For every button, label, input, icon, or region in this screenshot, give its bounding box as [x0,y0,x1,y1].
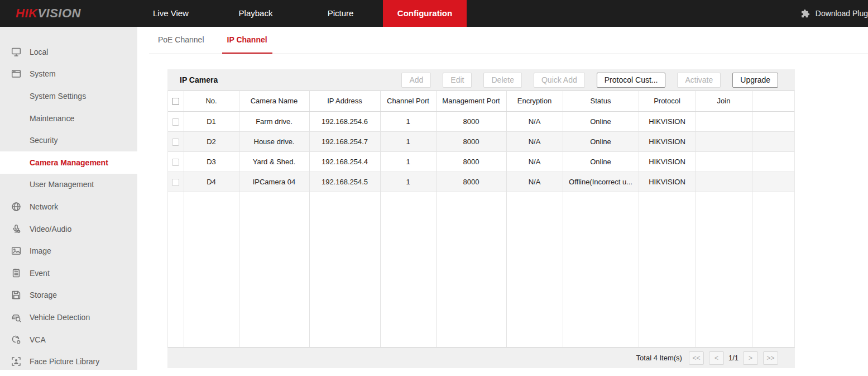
sidebar-item-maintenance[interactable]: Maintenance [0,107,137,130]
storage-icon [11,289,22,301]
sidebar-item-network[interactable]: Network [0,196,137,218]
panel-title: IP Camera [180,75,218,84]
cell-channel-port: 1 [380,151,436,172]
channel-tabs: PoE ChannelIP Channel [149,27,868,54]
sidebar-item-label: Local [30,47,48,56]
microphone-icon [11,223,22,235]
sidebar-item-vehicle-detection[interactable]: Vehicle Detection [0,306,137,329]
cell-management-port: 8000 [436,172,506,192]
sidebar-item-label: Storage [30,291,57,299]
row-checkbox-cell [168,172,184,192]
globe-icon [11,201,22,212]
cell-extra [752,172,794,192]
tab-ip-channel[interactable]: IP Channel [222,27,272,54]
cell-protocol: HIKVISION [639,111,696,131]
upgrade-button[interactable]: Upgrade [732,73,778,88]
logo-text-red: HIK [16,6,37,20]
pager-prev-button[interactable]: < [709,351,724,365]
sidebar-item-camera-management[interactable]: Camera Management [0,151,137,174]
quick-add-button[interactable]: Quick Add [534,73,585,88]
download-plugin-link[interactable]: Download Plug [800,0,868,27]
ip-camera-toolbar: IP Camera AddEditDeleteQuick AddProtocol… [167,69,795,91]
cell-encryption: N/A [506,131,563,151]
sidebar-item-video-audio[interactable]: Video/Audio [0,218,137,240]
puzzle-icon [800,8,811,19]
delete-button[interactable]: Delete [483,73,521,88]
cell-protocol: HIKVISION [639,172,696,192]
top-nav: Live ViewPlaybackPictureConfiguration [128,0,467,27]
sidebar-item-local[interactable]: Local [0,41,137,63]
table-row: D4IPCamera 04192.168.254.518000N/AOfflin… [168,172,794,192]
sidebar-item-security[interactable]: Security [0,129,137,151]
empty-cell [239,192,309,347]
protocol-cust-button[interactable]: Protocol Cust... [597,73,666,88]
sidebar-item-system-settings[interactable]: System Settings [0,85,137,107]
sidebar-item-storage[interactable]: Storage [0,284,137,307]
tab-poe-channel[interactable]: PoE Channel [153,27,209,54]
ip-camera-panel: IP Camera AddEditDeleteQuick AddProtocol… [167,69,795,368]
row-checkbox[interactable] [172,159,179,166]
row-checkbox[interactable] [172,139,179,146]
cell-join [696,111,752,131]
column-header-encryption: Encryption [506,91,563,111]
nav-tab-playback[interactable]: Playback [213,0,298,27]
sidebar-item-event[interactable]: Event [0,262,137,284]
cell-status: Online [563,151,639,172]
vehicle-detection-icon [11,312,22,323]
sidebar-item-vca[interactable]: VCA [0,329,137,351]
cell-encryption: N/A [506,151,563,172]
table-row: D2House drive.192.168.254.718000N/AOnlin… [168,131,794,151]
sidebar-item-label: System [30,69,56,78]
nav-tab-live-view[interactable]: Live View [128,0,213,27]
pager-next-button[interactable]: > [743,351,758,365]
download-plugin-label: Download Plug [816,9,868,18]
cell-protocol: HIKVISION [639,151,696,172]
select-all-checkbox[interactable] [172,98,179,105]
column-header-protocol: Protocol [639,91,696,111]
sidebar-item-label: Security [30,136,58,145]
sidebar-item-user-management[interactable]: User Management [0,174,137,196]
row-checkbox-cell [168,131,184,151]
sidebar-item-label: Network [30,202,58,211]
nav-tab-configuration[interactable]: Configuration [383,0,467,27]
cell-channel-port: 1 [380,172,436,192]
cell-extra [752,111,794,131]
logo-text-gray: VISION [37,6,81,20]
sidebar: LocalSystemSystem SettingsMaintenanceSec… [0,27,137,370]
sidebar-item-label: User Management [30,180,94,189]
empty-cell [563,192,639,347]
nav-tab-picture[interactable]: Picture [298,0,383,27]
pager-last-button[interactable]: >> [763,351,778,365]
cell-management-port: 8000 [436,131,506,151]
empty-cell [639,192,696,347]
sidebar-item-face-picture-library[interactable]: Face Picture Library [0,350,137,373]
column-header-camera-name: Camera Name [239,91,309,111]
cell-no: D1 [184,111,239,131]
add-button[interactable]: Add [401,73,431,88]
column-header-join: Join [696,91,752,111]
empty-cell [506,192,563,347]
activate-button[interactable]: Activate [677,73,721,88]
cell-encryption: N/A [506,111,563,131]
hikvision-logo: HIKVISION [16,6,81,21]
empty-cell [696,192,752,347]
event-icon [11,268,22,279]
sidebar-item-label: VCA [30,335,46,344]
row-checkbox-cell [168,111,184,131]
cell-camera-name: Farm drive. [239,111,309,131]
row-checkbox[interactable] [172,179,179,186]
cell-status: Online [563,111,639,131]
sidebar-item-image[interactable]: Image [0,240,137,262]
header-checkbox-cell [168,91,184,111]
column-header-no: No. [184,91,239,111]
cell-extra [752,151,794,172]
image-icon [11,245,22,256]
edit-button[interactable]: Edit [443,73,472,88]
monitor-icon [11,46,22,58]
row-checkbox[interactable] [172,118,179,126]
cell-encryption: N/A [506,172,563,192]
cell-ip-address: 192.168.254.6 [309,111,380,131]
sidebar-item-label: Vehicle Detection [30,313,90,322]
sidebar-item-system[interactable]: System [0,63,137,85]
pager-first-button[interactable]: << [689,351,704,365]
